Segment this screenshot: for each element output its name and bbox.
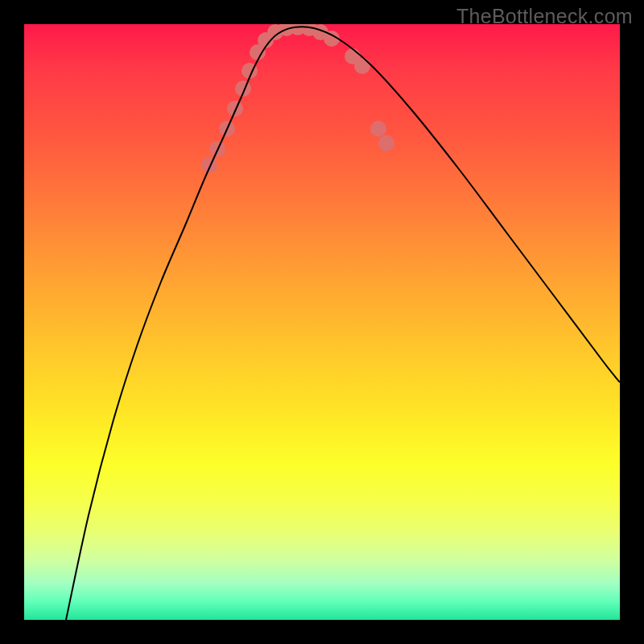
highlight-dot (370, 121, 386, 137)
highlight-dot (209, 141, 225, 157)
highlight-dot (279, 24, 295, 36)
highlight-dot (201, 157, 217, 173)
highlight-dot (227, 101, 243, 117)
plot-area (24, 24, 620, 620)
highlight-dot (345, 48, 361, 64)
highlight-dot (290, 24, 306, 35)
highlight-dot (312, 24, 328, 40)
highlight-dot (219, 121, 235, 137)
highlight-dots-group (201, 24, 394, 173)
highlight-dot (354, 58, 370, 74)
bottleneck-curve (66, 27, 620, 620)
chart-container: TheBottleneck.com (0, 0, 644, 644)
highlight-dot (242, 63, 258, 79)
highlight-dot (378, 135, 394, 151)
highlight-dot (235, 80, 251, 97)
highlight-dot (267, 24, 283, 40)
curve-svg (24, 24, 620, 620)
highlight-dot (301, 24, 317, 36)
highlight-dot (258, 32, 274, 48)
highlight-dot (324, 31, 340, 47)
highlight-dot (250, 44, 266, 60)
